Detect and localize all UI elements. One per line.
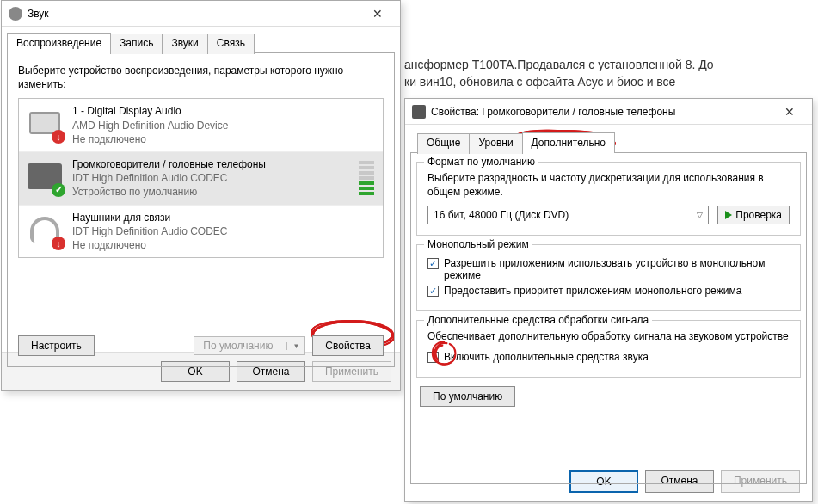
monitor-icon: ↓	[26, 104, 64, 142]
properties-button[interactable]: Свойства	[312, 335, 384, 356]
format-desc: Выберите разрядность и частоту дискретиз…	[427, 171, 790, 199]
device-item-headphones[interactable]: ↓ Наушники для связи IDT High Definition…	[19, 206, 383, 258]
device-driver: IDT High Definition Audio CODEC	[72, 171, 266, 185]
sound-window: Звук ✕ Воспроизведение Запись Звуки Связ…	[1, 0, 401, 391]
device-driver: AMD High Definition Audio Device	[72, 119, 228, 132]
bg-line2: ки вин10, обновила с офсайта Асус и биос…	[404, 74, 809, 91]
exclusive-priority-checkbox[interactable]	[427, 286, 439, 297]
chevron-down-icon: ▼	[286, 342, 299, 350]
close-icon[interactable]: ✕	[360, 3, 395, 24]
tab-advanced[interactable]: Дополнительно	[522, 132, 615, 153]
playback-instruction: Выберите устройство воспроизведения, пар…	[18, 64, 384, 91]
enhance-desc: Обеспечивает дополнительную обработку си…	[427, 329, 790, 343]
sound-icon	[9, 7, 22, 21]
headphones-icon: ↓	[26, 211, 64, 249]
set-default-dropdown[interactable]: По умолчанию ▼	[194, 336, 305, 355]
sound-tabs: Воспроизведение Запись Звуки Связь	[2, 27, 400, 52]
sample-format-select[interactable]: 16 бит, 48000 Гц (Диск DVD) ▽	[427, 206, 709, 224]
speakers-icon: ✓	[26, 157, 64, 195]
device-name: Наушники для связи	[72, 211, 228, 224]
enhancements-group: Дополнительные средства обработки сигнал…	[416, 320, 801, 377]
device-status: Не подключено	[72, 132, 228, 146]
status-badge-down-icon: ↓	[52, 237, 65, 250]
properties-window: Свойства: Громкоговорители / головные те…	[404, 98, 813, 502]
bg-line1: ансформер T100TA.Продавался с установлен…	[404, 57, 809, 74]
playback-bottom-row: Настроить По умолчанию ▼ Свойства	[18, 335, 384, 356]
background-text: ансформер T100TA.Продавался с установлен…	[404, 57, 809, 90]
tab-sounds[interactable]: Звуки	[162, 34, 207, 54]
format-legend: Формат по умолчанию	[424, 156, 538, 168]
sound-title: Звук	[28, 8, 360, 20]
test-label: Проверка	[735, 209, 782, 221]
properties-label: Свойства	[325, 340, 371, 352]
status-badge-down-icon: ↓	[52, 130, 65, 144]
set-default-label: По умолчанию	[203, 340, 273, 352]
sound-titlebar: Звук ✕	[2, 1, 400, 27]
device-status: Не подключено	[72, 238, 228, 252]
chevron-down-icon: ▽	[697, 211, 703, 219]
exclusive-legend: Монопольный режим	[424, 238, 532, 250]
playback-panel: Выберите устройство воспроизведения, пар…	[7, 52, 395, 367]
sample-format-value: 16 бит, 48000 Гц (Диск DVD)	[434, 209, 569, 221]
device-item-display-audio[interactable]: ↓ 1 - Digital Display Audio AMD High Def…	[19, 99, 383, 152]
device-driver: IDT High Definition Audio CODEC	[72, 224, 228, 238]
device-list: ↓ 1 - Digital Display Audio AMD High Def…	[18, 98, 384, 258]
exclusive-allow-checkbox[interactable]	[427, 258, 439, 269]
status-badge-ok-icon: ✓	[52, 183, 65, 197]
enable-enhancements-checkbox[interactable]	[427, 352, 439, 363]
tab-advanced-label: Дополнительно	[532, 137, 606, 149]
level-meter	[359, 161, 374, 195]
props-title: Свойства: Громкоговорители / головные те…	[431, 106, 772, 118]
exclusive-priority-label: Предоставить приоритет приложениям моноп…	[444, 285, 741, 297]
tab-playback[interactable]: Воспроизведение	[7, 33, 111, 53]
tab-communications[interactable]: Связь	[207, 34, 255, 54]
default-format-group: Формат по умолчанию Выберите разрядность…	[416, 162, 801, 236]
advanced-panel: Формат по умолчанию Выберите разрядность…	[410, 152, 807, 484]
props-titlebar: Свойства: Громкоговорители / головные те…	[405, 99, 812, 125]
enhance-legend: Дополнительные средства обработки сигнал…	[424, 314, 652, 326]
device-name: Громкоговорители / головные телефоны	[72, 157, 266, 171]
enable-enhancements-label: Включить дополнительные средства звука	[444, 351, 649, 363]
tab-recording[interactable]: Запись	[110, 34, 163, 54]
exclusive-mode-group: Монопольный режим Разрешить приложениям …	[416, 244, 801, 311]
device-item-speakers[interactable]: ✓ Громкоговорители / головные телефоны I…	[19, 152, 383, 206]
speaker-icon	[412, 105, 426, 119]
exclusive-allow-label: Разрешить приложениям использовать устро…	[444, 257, 790, 281]
tab-general[interactable]: Общие	[417, 133, 470, 154]
device-name: 1 - Digital Display Audio	[72, 104, 228, 118]
tab-levels[interactable]: Уровни	[469, 133, 522, 154]
props-tabs: Общие Уровни Дополнительно	[405, 125, 812, 152]
device-status: Устройство по умолчанию	[72, 185, 266, 199]
restore-defaults-button[interactable]: По умолчанию	[420, 386, 515, 407]
test-button[interactable]: Проверка	[717, 206, 790, 224]
play-icon	[725, 211, 732, 219]
close-icon[interactable]: ✕	[772, 101, 807, 122]
configure-button[interactable]: Настроить	[18, 335, 95, 356]
